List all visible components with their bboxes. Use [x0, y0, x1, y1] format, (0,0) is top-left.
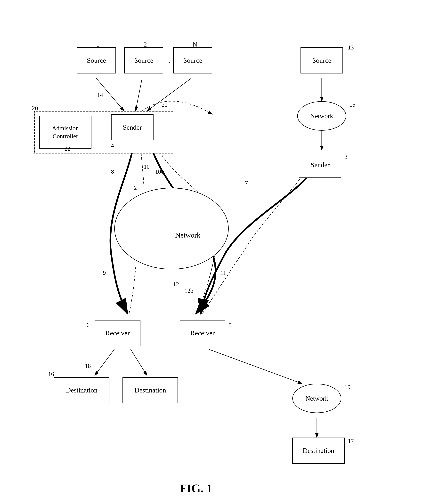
label-22: 22 [64, 145, 70, 152]
destination-17-label: Destination [303, 447, 334, 455]
label-9: 9 [103, 269, 106, 276]
admission-controller-label: AdmissionController [52, 124, 79, 140]
source-2-number: 2 [144, 41, 147, 48]
destination-mid-label: Destination [134, 386, 166, 394]
source-13-number: 13 [348, 44, 354, 51]
network-15-label: Network [310, 112, 333, 120]
sender-3-box: Sender [299, 152, 341, 178]
svg-line-4 [135, 78, 142, 111]
source-2-label: Source [134, 57, 153, 64]
receiver-6-number: 6 [86, 322, 89, 328]
label-12b: 12b [184, 287, 193, 294]
receiver-5-box: Receiver [180, 320, 225, 346]
svg-line-5 [147, 78, 191, 111]
svg-line-11 [131, 349, 147, 375]
sender-4-box: Sender [111, 114, 154, 140]
source-1-number: 1 [96, 41, 99, 48]
sender-4-label: Sender [123, 123, 142, 131]
sender-3-label: Sender [311, 161, 330, 169]
label-10b: 10b [155, 168, 164, 175]
label-7: 7 [245, 180, 248, 186]
container-20-number: 20 [32, 105, 38, 112]
destination-16-box: Destination [54, 377, 110, 403]
destination-16-number: 16 [48, 371, 54, 377]
receiver-6-label: Receiver [105, 329, 130, 337]
network-19-label: Network [305, 395, 328, 402]
svg-line-10 [95, 349, 114, 375]
label-11: 11 [220, 269, 226, 276]
source-n-number: N [193, 41, 197, 48]
fig-caption: FIG. 1 [180, 482, 212, 495]
label-14: 14 [97, 91, 103, 98]
network-2-number: 2 [134, 184, 137, 191]
destination-17-box: Destination [292, 438, 345, 464]
receiver-6-box: Receiver [95, 320, 140, 346]
network-15-number: 15 [350, 101, 355, 108]
label-12: 12 [173, 281, 179, 288]
label-18: 18 [85, 362, 91, 369]
label-10: 10 [144, 163, 150, 170]
source-1-label: Source [87, 57, 106, 64]
source-13-label: Source [312, 57, 331, 64]
sender-3-number: 3 [345, 154, 348, 160]
receiver-5-number: 5 [229, 322, 232, 328]
network-15-ellipse: Network [297, 101, 346, 131]
source-n-label: Source [183, 57, 202, 64]
sender-4-number: 4 [111, 142, 114, 149]
receiver-5-label: Receiver [190, 329, 215, 337]
source-13-box: Source [301, 47, 343, 73]
label-21: 21 [162, 101, 168, 108]
network-19-number: 19 [345, 384, 351, 391]
svg-line-12 [209, 349, 302, 384]
network-2-ellipse: Network [114, 188, 229, 269]
diagram: Source 1 Source 2 . . . Source N Source … [0, 0, 439, 504]
destination-mid-box: Destination [122, 377, 178, 403]
destination-16-label: Destination [66, 386, 98, 394]
network-19-ellipse: Network [292, 384, 341, 413]
fig-caption-text: FIG. 1 [180, 482, 212, 495]
destination-17-number: 17 [348, 438, 354, 444]
source-2-box: Source [124, 47, 163, 73]
network-2-label: Network [175, 231, 200, 239]
connections-svg [0, 0, 439, 504]
label-8: 8 [111, 168, 114, 175]
source-1-box: Source [77, 47, 116, 73]
source-n-box: Source [173, 47, 212, 73]
admission-controller-box: AdmissionController [39, 116, 91, 149]
